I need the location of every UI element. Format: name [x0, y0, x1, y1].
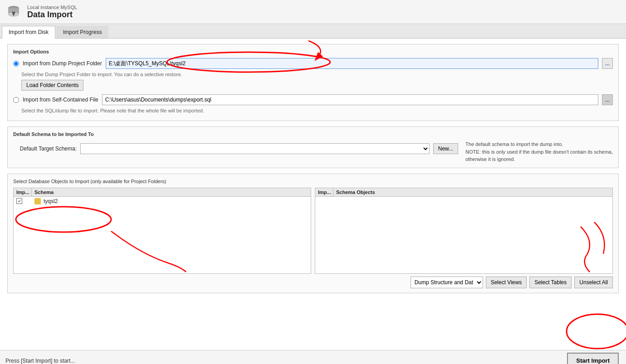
load-folder-btn[interactable]: Load Folder Contents — [21, 80, 83, 91]
import-options-section: Import Options Import from Dump Project … — [7, 44, 619, 121]
objects-col-objects: Schema Objects — [333, 188, 612, 196]
select-views-btn[interactable]: Select Views — [486, 277, 527, 288]
schema-row-tyqsl2[interactable]: ✓ tyqsl2 — [14, 197, 311, 206]
schema-label: Default Target Schema: — [13, 146, 77, 152]
option1-path-input[interactable] — [106, 58, 598, 69]
import-options-title: Import Options — [13, 49, 613, 54]
title-block: Local instance MySQL Data Import — [27, 5, 77, 19]
tab-import-progress[interactable]: Import Progress — [56, 26, 108, 38]
status-message: Press [Start Import] to start... — [5, 358, 75, 364]
status-row: Press [Start Import] to start... Start I… — [0, 350, 626, 364]
objects-panels: Imp... Schema ✓ tyqsl2 — [13, 188, 613, 274]
schema-col-imp: Imp... — [14, 188, 32, 196]
schema-checkbox[interactable]: ✓ — [16, 198, 22, 204]
schema-col-schema: Schema — [32, 188, 311, 196]
option1-row: Import from Dump Project Folder ... — [13, 58, 613, 69]
app-icon — [5, 4, 22, 20]
main-content: Import Options Import from Dump Project … — [0, 39, 626, 350]
option1-browse-btn[interactable]: ... — [602, 58, 613, 69]
objects-panel: Imp... Schema Objects — [315, 188, 613, 274]
option2-path-input[interactable] — [102, 94, 598, 105]
schema-name: tyqsl2 — [44, 198, 58, 204]
select-objects-section: Select Database Objects to Import (only … — [7, 174, 619, 293]
schema-panel-header: Imp... Schema — [14, 188, 311, 197]
option2-label: Import from Self-Contained File — [23, 97, 98, 103]
option1-radio[interactable] — [13, 61, 19, 67]
dump-type-select[interactable]: Dump Structure and Dat Dump Structure On… — [411, 277, 483, 288]
tab-import-from-disk[interactable]: Import from Disk — [2, 26, 55, 39]
db-icon — [34, 198, 41, 204]
option2-hint: Select the SQL/dump file to import. Plea… — [21, 108, 613, 113]
app-subtitle: Local instance MySQL — [27, 5, 77, 10]
option1-label: Import from Dump Project Folder — [23, 60, 102, 67]
schema-row: Default Target Schema: New... — [13, 143, 458, 154]
default-schema-section: Default Schema to be Imported To Default… — [7, 126, 619, 168]
select-tables-btn[interactable]: Select Tables — [529, 277, 572, 288]
default-schema-title: Default Schema to be Imported To — [13, 131, 613, 137]
start-import-btn[interactable]: Start Import — [567, 353, 619, 364]
option2-row: Import from Self-Contained File ... — [13, 94, 613, 105]
schema-panel: Imp... Schema ✓ tyqsl2 — [13, 188, 311, 274]
tab-bar: Import from Disk Import Progress — [0, 24, 626, 39]
objects-panel-header: Imp... Schema Objects — [315, 188, 612, 197]
new-schema-btn[interactable]: New... — [433, 143, 458, 154]
app-title: Data Import — [27, 10, 77, 19]
select-objects-title: Select Database Objects to Import (only … — [13, 179, 613, 184]
option2-radio[interactable] — [13, 97, 19, 103]
unselect-all-btn[interactable]: Unselect All — [574, 277, 613, 288]
schema-note: The default schema to import the dump in… — [465, 141, 613, 163]
option1-hint: Select the Dump Project Folder to import… — [21, 72, 613, 77]
schema-select[interactable] — [80, 143, 430, 154]
bottom-controls: Dump Structure and Dat Dump Structure On… — [13, 277, 613, 288]
option2-browse-btn[interactable]: ... — [602, 94, 613, 105]
title-bar: Local instance MySQL Data Import — [0, 0, 626, 24]
objects-col-imp: Imp... — [315, 188, 333, 196]
